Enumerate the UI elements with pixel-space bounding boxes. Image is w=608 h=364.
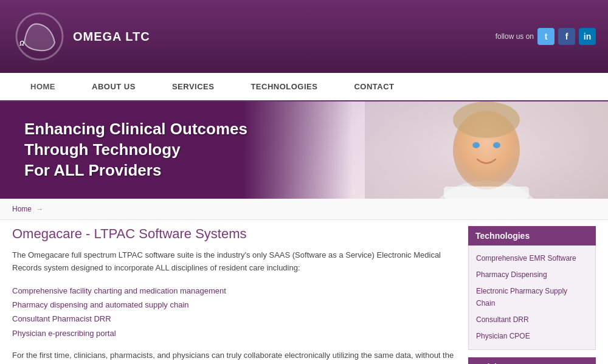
breadcrumb-separator: → xyxy=(36,205,43,213)
sidebar-link-pharmacy-supply[interactable]: Electronic Pharmacy Supply Chain xyxy=(469,283,595,311)
svg-text:Ω: Ω xyxy=(19,40,24,47)
svg-point-5 xyxy=(453,101,520,138)
sidebar-quick-tweets-title: Quick Tweets xyxy=(468,357,596,364)
breadcrumb-bar: Home → xyxy=(0,199,608,220)
nav-technologies[interactable]: TECHNOLOGIES xyxy=(232,73,336,100)
nav-home[interactable]: HOME xyxy=(12,73,74,100)
sidebar-technologies-section: Technologies Comprehensive EMR Software … xyxy=(468,226,596,350)
hero-person-svg xyxy=(365,101,608,199)
follow-text: follow us on xyxy=(496,32,534,41)
svg-rect-8 xyxy=(444,187,529,199)
hero-line3: For ALL Providers xyxy=(24,161,161,179)
nav-contact[interactable]: CONTACT xyxy=(336,73,412,100)
sidebar-link-emr[interactable]: Comprehensive EMR Software xyxy=(469,250,595,267)
hero-line1: Enhancing Clinical Outcomes xyxy=(24,120,247,138)
intro-text: The Omegacare full spectrum LTPAC softwa… xyxy=(12,249,456,275)
twitter-button[interactable]: t xyxy=(537,28,554,45)
body-text: For the first time, clinicians, pharmaci… xyxy=(12,349,456,364)
facebook-icon: f xyxy=(565,32,568,41)
svg-point-6 xyxy=(472,142,480,148)
sidebar-link-pharmacy-dispensing[interactable]: Pharmacy Dispensing xyxy=(469,267,595,283)
sidebar-technologies-title: Technologies xyxy=(468,226,596,246)
feature-item-3: Consultant Pharmacist DRR xyxy=(12,312,456,326)
logo-text: OMEGA LTC xyxy=(73,30,150,44)
linkedin-button[interactable]: in xyxy=(579,28,596,45)
social-area: follow us on t f in xyxy=(496,28,596,45)
main-nav: HOME ABOUT US SERVICES TECHNOLOGIES CONT… xyxy=(0,73,608,101)
breadcrumb-home-link[interactable]: Home xyxy=(12,205,32,213)
feature-item-4: Physician e-prescribing portal xyxy=(12,326,456,340)
feature-item-2: Pharmacy dispensing and automated supply… xyxy=(12,298,456,312)
hero-image xyxy=(243,101,608,199)
hero-text: Enhancing Clinical Outcomes Through Tech… xyxy=(0,107,272,193)
sidebar-quick-tweets-section: Quick Tweets xyxy=(468,357,596,364)
nav-about[interactable]: ABOUT US xyxy=(74,73,154,100)
feature-item-1: Comprehensive facility charting and medi… xyxy=(12,284,456,298)
sidebar: Technologies Comprehensive EMR Software … xyxy=(468,226,596,364)
main-content: Omegacare - LTPAC Software Systems The O… xyxy=(12,226,456,364)
hero-line2: Through Technology xyxy=(24,140,181,159)
sidebar-link-physician-cpoe[interactable]: Physician CPOE xyxy=(469,328,595,345)
facebook-button[interactable]: f xyxy=(558,28,575,45)
header-right: follow us on t f in xyxy=(496,28,596,45)
logo-icon: Ω xyxy=(12,9,67,64)
linkedin-icon: in xyxy=(584,32,591,41)
logo-area: Ω OMEGA LTC xyxy=(12,9,150,64)
svg-point-7 xyxy=(493,142,500,148)
header: Ω OMEGA LTC follow us on t f in xyxy=(0,0,608,73)
nav-services[interactable]: SERVICES xyxy=(154,73,233,100)
twitter-icon: t xyxy=(545,32,548,41)
sidebar-tech-links: Comprehensive EMR Software Pharmacy Disp… xyxy=(468,246,596,350)
features-list: Comprehensive facility charting and medi… xyxy=(12,284,456,341)
hero-banner: Enhancing Clinical Outcomes Through Tech… xyxy=(0,101,608,199)
content-area: Omegacare - LTPAC Software Systems The O… xyxy=(0,220,608,364)
sidebar-link-consultant-drr[interactable]: Consultant DRR xyxy=(469,312,595,328)
page-title: Omegacare - LTPAC Software Systems xyxy=(12,226,456,242)
